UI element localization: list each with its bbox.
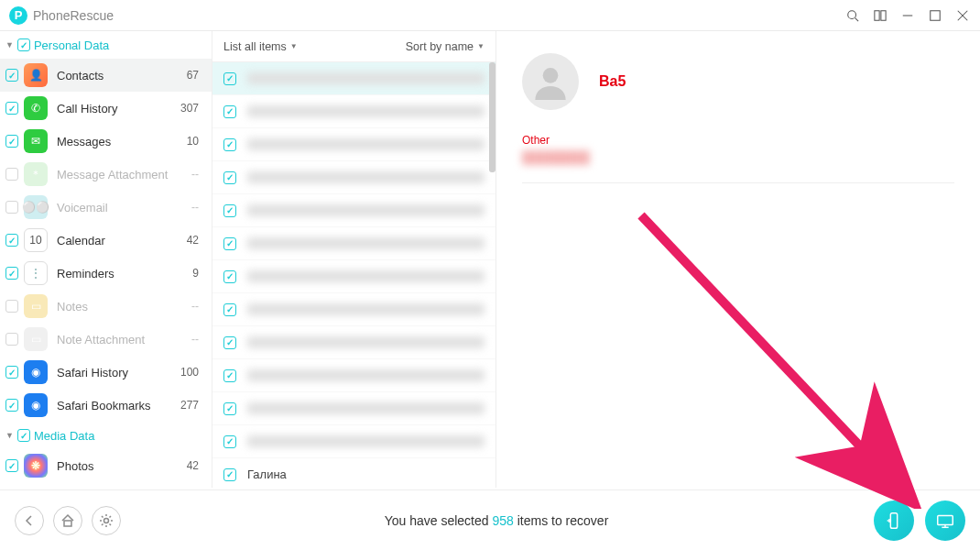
- sidebar-item-count: 9: [192, 267, 202, 280]
- close-icon[interactable]: [954, 7, 971, 24]
- list-item-name: [247, 237, 485, 249]
- list-item[interactable]: [212, 293, 495, 326]
- sidebar-item-count: 277: [180, 399, 202, 412]
- row-checkbox[interactable]: [223, 105, 236, 118]
- list-item[interactable]: [212, 326, 495, 359]
- item-checkbox[interactable]: [5, 399, 18, 412]
- item-checkbox: [5, 168, 18, 181]
- sidebar-item-count: 100: [180, 366, 202, 379]
- sidebar-item-call-history[interactable]: ✆Call History307: [0, 92, 212, 125]
- list-item[interactable]: [212, 128, 495, 161]
- list-item[interactable]: [212, 260, 495, 293]
- sidebar-item-safari-bookmarks[interactable]: ◉Safari Bookmarks277: [0, 389, 212, 422]
- sidebar: ▼Personal Data👤Contacts67✆Call History30…: [0, 31, 212, 488]
- home-button[interactable]: [53, 506, 82, 535]
- sidebar-group-header[interactable]: ▼Personal Data: [0, 31, 212, 59]
- item-checkbox[interactable]: [5, 135, 18, 148]
- row-checkbox[interactable]: [223, 270, 236, 283]
- list-item[interactable]: [212, 359, 495, 392]
- sidebar-item-count: --: [191, 168, 202, 181]
- minimize-icon[interactable]: [899, 7, 916, 24]
- svg-rect-2: [875, 10, 879, 20]
- sidebar-item-messages[interactable]: ✉Messages10: [0, 125, 212, 158]
- titlebar: P PhoneRescue: [0, 0, 980, 31]
- group-checkbox[interactable]: [17, 429, 30, 442]
- chevron-down-icon: ▼: [477, 42, 485, 50]
- svg-line-1: [855, 17, 859, 21]
- row-checkbox[interactable]: [223, 369, 236, 382]
- detail-field-label: Other: [522, 134, 954, 147]
- row-checkbox[interactable]: [223, 402, 236, 415]
- list-item[interactable]: Галина: [212, 458, 495, 488]
- list-item-name: [247, 204, 485, 216]
- list-item-name: [247, 72, 485, 84]
- sort-label: Sort by name: [406, 40, 474, 53]
- contact-name: Ba5: [599, 73, 626, 90]
- sidebar-item-count: --: [191, 300, 202, 313]
- list-item-name: [247, 402, 485, 414]
- sidebar-item-photos[interactable]: ❋Photos42: [0, 449, 212, 482]
- row-checkbox[interactable]: [223, 336, 236, 349]
- sidebar-item-label: Note Attachment: [57, 333, 182, 346]
- item-checkbox[interactable]: [5, 366, 18, 379]
- list-item[interactable]: [212, 95, 495, 128]
- svg-rect-5: [931, 10, 941, 20]
- scrollbar[interactable]: [489, 62, 495, 172]
- group-checkbox[interactable]: [17, 38, 30, 51]
- row-checkbox[interactable]: [223, 237, 236, 250]
- recover-to-computer-button[interactable]: [925, 500, 965, 541]
- svg-point-0: [848, 10, 856, 18]
- recover-to-device-button[interactable]: [874, 500, 914, 541]
- detail-field-value: ████████: [522, 150, 954, 164]
- filter-label: List all items: [223, 40, 287, 53]
- list-item[interactable]: [212, 425, 495, 458]
- sort-dropdown[interactable]: Sort by name ▼: [406, 40, 485, 53]
- item-checkbox[interactable]: [5, 459, 18, 472]
- list-item-name: [247, 369, 485, 381]
- row-checkbox[interactable]: [223, 435, 236, 448]
- search-icon[interactable]: [844, 7, 861, 24]
- sidebar-item-notes: ▭Notes--: [0, 290, 212, 323]
- list-item-name: [247, 435, 485, 447]
- sidebar-item-calendar[interactable]: 10Calendar42: [0, 224, 212, 257]
- row-checkbox[interactable]: [223, 138, 236, 151]
- item-checkbox[interactable]: [5, 234, 18, 247]
- sidebar-item-message-attachment: ＊Message Attachment--: [0, 158, 212, 191]
- row-checkbox[interactable]: [223, 303, 236, 316]
- settings-button[interactable]: [92, 506, 121, 535]
- row-checkbox[interactable]: [223, 72, 236, 85]
- filter-dropdown[interactable]: List all items ▼: [223, 40, 298, 53]
- sidebar-item-contacts[interactable]: 👤Contacts67: [0, 59, 212, 92]
- row-checkbox[interactable]: [223, 171, 236, 184]
- list-item-name: [247, 336, 485, 348]
- maximize-icon[interactable]: [927, 7, 943, 24]
- row-checkbox[interactable]: [223, 468, 236, 481]
- sidebar-item-label: Call History: [57, 102, 171, 116]
- sidebar-item-count: 307: [180, 102, 202, 115]
- group-label: Personal Data: [34, 38, 109, 52]
- list-item[interactable]: [212, 194, 495, 227]
- list-item-name: [247, 171, 485, 183]
- sidebar-group-header[interactable]: ▼Media Data: [0, 422, 212, 449]
- avatar: [522, 53, 579, 110]
- sidebar-item-count: 42: [187, 459, 202, 472]
- item-checkbox[interactable]: [5, 69, 18, 82]
- svg-point-10: [104, 518, 109, 522]
- item-checkbox[interactable]: [5, 267, 18, 280]
- list-item[interactable]: [212, 227, 495, 260]
- category-icon: ⋮: [24, 261, 48, 285]
- category-icon: ◉: [24, 360, 48, 384]
- list-item[interactable]: [212, 161, 495, 194]
- list-item[interactable]: [212, 62, 495, 95]
- list-item[interactable]: [212, 392, 495, 425]
- list-item-name: [247, 105, 485, 117]
- dual-pane-icon[interactable]: [872, 7, 888, 24]
- sidebar-item-label: Contacts: [57, 69, 178, 82]
- item-checkbox[interactable]: [5, 102, 18, 115]
- row-checkbox[interactable]: [223, 204, 236, 217]
- sidebar-item-safari-history[interactable]: ◉Safari History100: [0, 356, 212, 389]
- item-checkbox: [5, 201, 18, 214]
- back-button[interactable]: [15, 506, 44, 535]
- sidebar-item-count: 42: [187, 234, 202, 247]
- sidebar-item-reminders[interactable]: ⋮Reminders9: [0, 257, 212, 290]
